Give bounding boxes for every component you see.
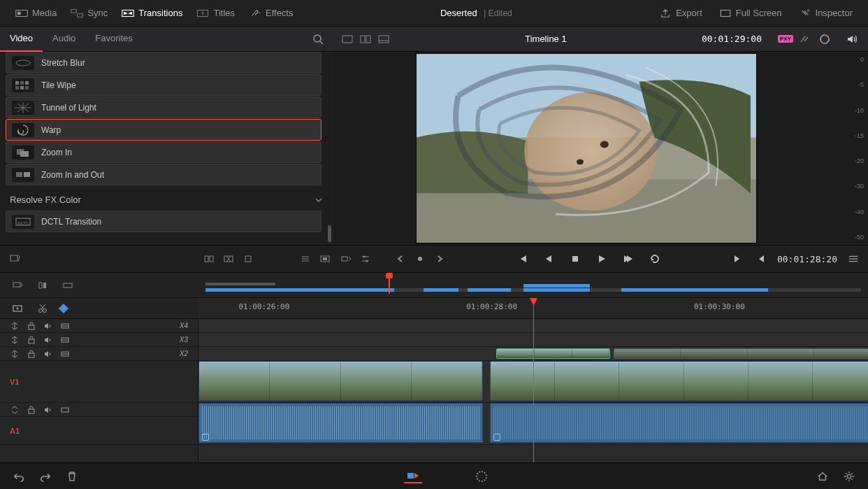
clip-v1-b[interactable] (490, 361, 868, 401)
tl-tool-2-icon[interactable] (35, 278, 50, 293)
undo-icon[interactable] (11, 469, 27, 484)
fx-item-warp[interactable]: Warp (6, 119, 321, 141)
selection-tool-icon[interactable] (10, 301, 25, 316)
layout-dual-icon[interactable] (358, 31, 373, 47)
tool-fullscreen[interactable]: Full Screen (712, 3, 789, 22)
clip-marker-icon[interactable] (202, 434, 209, 441)
lock-icon[interactable] (27, 321, 36, 331)
auto-select-icon[interactable] (10, 321, 20, 331)
fx-item-dctl-transition[interactable]: DCTLDCTL Transition (6, 211, 321, 232)
track-header-x4[interactable]: X4 (0, 319, 198, 333)
track-header-a1[interactable]: A1 (0, 417, 198, 445)
tool-transitions[interactable]: Transitions (115, 3, 189, 22)
tool-titles[interactable]: T Titles (189, 3, 242, 22)
append-icon[interactable] (338, 251, 354, 267)
ripple-mode-icon[interactable] (221, 251, 236, 267)
redo-icon[interactable] (38, 469, 53, 484)
next-marker-icon[interactable] (432, 251, 447, 267)
clip-v2[interactable] (496, 348, 610, 359)
loop-icon[interactable] (647, 251, 663, 267)
viewer[interactable] (333, 52, 840, 245)
next-edit-icon[interactable] (730, 251, 745, 267)
tool-inspector[interactable]: Inspector (792, 3, 860, 22)
overview-playhead[interactable] (389, 276, 390, 294)
auto-select-icon[interactable] (10, 335, 20, 345)
stop-icon[interactable] (567, 251, 583, 267)
clip-marker-icon[interactable] (493, 434, 500, 441)
play-icon[interactable] (594, 251, 609, 267)
mute-icon[interactable] (43, 335, 53, 345)
snap-toggle-icon[interactable] (59, 303, 68, 313)
timeline-name[interactable]: Timeline 1 (398, 34, 693, 44)
fx-item-stretch-blur[interactable]: Stretch Blur (6, 52, 321, 73)
overwrite-icon[interactable] (317, 251, 333, 267)
tool-sync[interactable]: Sync (64, 3, 115, 22)
prev-edit-icon[interactable] (753, 251, 769, 267)
color-wheel-icon[interactable] (818, 34, 832, 45)
trim-mode-icon[interactable] (201, 251, 217, 267)
tl-tool-3-icon[interactable] (60, 278, 75, 293)
collapse-icon[interactable] (10, 405, 20, 415)
fx-thumbnail-icon: DCTL (12, 215, 34, 229)
timeline-ruler[interactable]: 01:00:26:0001:00:28:0001:00:30:00 (198, 298, 868, 318)
fx-item-zoom-in-and-out[interactable]: Zoom In and Out (6, 164, 321, 185)
insert-icon[interactable] (298, 251, 313, 267)
settings-sliders-icon[interactable] (358, 251, 373, 267)
lock-icon[interactable] (27, 405, 36, 415)
tool-media[interactable]: Media (8, 3, 64, 22)
track-header-controls[interactable] (0, 403, 198, 417)
clip-a1-a[interactable] (198, 403, 483, 443)
tab-video[interactable]: Video (0, 26, 43, 52)
trash-icon[interactable] (64, 469, 80, 484)
proxy-badge[interactable]: PXY (779, 34, 793, 45)
track-header-v1[interactable]: V1 (0, 361, 198, 403)
prev-marker-icon[interactable] (393, 251, 408, 267)
timeline-overview[interactable] (198, 273, 868, 297)
page-cut-icon[interactable] (404, 469, 422, 483)
fx-group-resolve-color[interactable]: Resolve FX Color (0, 186, 333, 211)
track-view-icon[interactable] (60, 321, 70, 331)
timecode-display-top[interactable]: 00:01:29:00 (693, 34, 770, 44)
tab-favorites[interactable]: Favorites (85, 26, 142, 52)
music-note-icon[interactable] (7, 251, 22, 267)
step-back-icon[interactable] (541, 251, 556, 267)
mute-icon[interactable] (43, 349, 53, 359)
lock-icon[interactable] (27, 349, 36, 359)
menu-icon[interactable] (846, 251, 861, 267)
track-view-icon[interactable] (60, 405, 70, 415)
go-start-icon[interactable] (514, 251, 530, 267)
clip-v1-a[interactable] (198, 361, 483, 401)
scrollbar-thumb[interactable] (328, 225, 331, 242)
layout-single-icon[interactable] (340, 31, 355, 47)
slip-mode-icon[interactable] (240, 251, 256, 267)
tab-audio[interactable]: Audio (43, 26, 85, 52)
track-view-icon[interactable] (60, 335, 70, 345)
search-button[interactable] (303, 34, 333, 45)
bypass-fx-icon[interactable] (798, 34, 812, 45)
go-end-icon[interactable] (621, 251, 636, 267)
fx-item-zoom-in[interactable]: Zoom In (6, 141, 321, 163)
clip-a1-b[interactable] (490, 403, 868, 443)
marker-dot-icon[interactable] (412, 251, 428, 267)
mute-icon[interactable] (43, 321, 53, 331)
track-header-x2[interactable]: X2 (0, 347, 198, 361)
tl-tool-1-icon[interactable] (10, 278, 25, 293)
tool-export[interactable]: Export (652, 3, 709, 22)
track-view-icon[interactable] (60, 349, 70, 359)
clip-v2-b[interactable] (614, 348, 868, 359)
timecode-transport[interactable]: 00:01:28:20 (777, 254, 837, 264)
fx-item-tile-wipe[interactable]: Tile Wipe (6, 74, 321, 96)
page-loading-icon[interactable] (472, 469, 491, 483)
timeline-playhead[interactable] (533, 298, 534, 444)
volume-icon[interactable] (846, 34, 860, 45)
razor-tool-icon[interactable] (35, 301, 50, 316)
home-icon[interactable] (815, 469, 830, 484)
tool-effects[interactable]: Effects (242, 3, 301, 22)
layout-filmstrip-icon[interactable] (376, 31, 391, 47)
lock-icon[interactable] (27, 335, 36, 345)
fx-item-tunnel-of-light[interactable]: Tunnel of Light (6, 97, 321, 118)
track-header-x3[interactable]: X3 (0, 333, 198, 347)
mute-icon[interactable] (43, 405, 53, 415)
gear-icon[interactable] (841, 469, 857, 484)
auto-select-icon[interactable] (10, 349, 20, 359)
